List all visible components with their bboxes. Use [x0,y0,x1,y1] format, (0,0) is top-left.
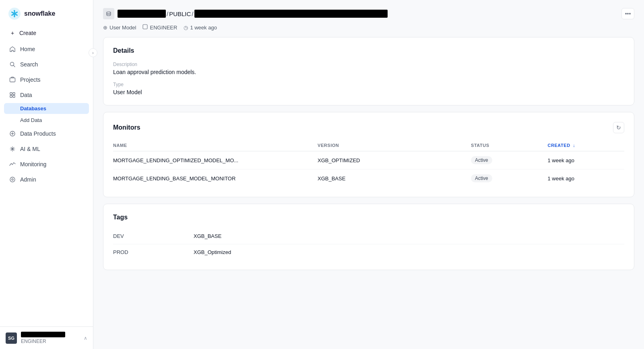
main-content: / PUBLIC / ••• ⊕ User Model ENGINEER ◷ 1… [93,0,644,349]
status-badge-2: Active [471,174,492,182]
svg-point-14 [10,177,15,182]
search-icon [9,61,16,68]
breadcrumb-db-icon [103,8,114,19]
sidebar-item-projects[interactable]: Projects [4,72,89,87]
logo: snowflake [0,0,93,26]
sidebar-monitoring-label: Monitoring [20,161,46,167]
tags-table: DEV XGB_BASE PROD XGB_Optimized [113,228,624,260]
sidebar: snowflake + Create Home Search Proje [0,0,93,349]
details-title: Details [113,47,624,54]
sidebar-ai-label: AI & ML [20,146,40,152]
footer-username-redacted [21,332,65,337]
user-model-icon: ⊕ [103,25,107,31]
tag-key-2: PROD [113,244,194,260]
svg-rect-11 [10,95,12,97]
monitors-table: NAME VERSION STATUS CREATED ↓ MORTGAGE_L… [113,140,624,187]
sidebar-projects-label: Projects [20,76,41,83]
type-label: Type [113,82,624,87]
logo-text: snowflake [24,10,55,17]
svg-rect-9 [10,93,12,95]
sidebar-item-data-products[interactable]: Data Products [4,126,89,141]
monitor-status-1: Active [471,151,548,169]
footer-role: ENGINEER [21,339,80,344]
data-icon [9,91,16,99]
type-value: User Model [113,89,624,95]
monitor-created-1: 1 week ago [548,151,625,169]
status-badge-1: Active [471,156,492,164]
description-label: Description [113,62,624,67]
tags-table-body: DEV XGB_BASE PROD XGB_Optimized [113,228,624,260]
breadcrumb-object-name [194,10,388,18]
tag-key-1: DEV [113,228,194,244]
svg-rect-8 [10,78,15,82]
monitors-title: Monitors [113,124,140,131]
table-row: MORTGAGE_LENDING_BASE_MODEL_MONITOR XGB_… [113,169,624,188]
table-row: MORTGAGE_LENDING_OPTIMIZED_MODEL_MO... X… [113,151,624,169]
chevron-up-icon: ∧ [84,335,87,341]
breadcrumb-schema: PUBLIC [169,10,191,17]
projects-icon [9,76,16,83]
sidebar-item-databases[interactable]: Databases [4,103,89,114]
svg-rect-6 [14,16,14,17]
sidebar-search-label: Search [20,61,38,68]
sidebar-collapse-button[interactable]: › [89,48,97,57]
databases-label: Databases [20,105,46,112]
sidebar-footer[interactable]: SG ENGINEER ∧ [0,326,93,349]
col-header-name: NAME [113,140,318,151]
monitor-created-2: 1 week ago [548,169,625,188]
monitor-version-2: XGB_BASE [318,169,471,188]
plus-icon: + [9,29,16,37]
sidebar-item-ai-ml[interactable]: AI & ML [4,142,89,156]
breadcrumb-bar: / PUBLIC / ••• [103,8,634,19]
meta-row: ⊕ User Model ENGINEER ◷ 1 week ago [103,24,634,31]
monitoring-icon [9,161,16,168]
user-icon [142,24,148,31]
sort-down-icon: ↓ [573,143,575,148]
monitor-version-1: XGB_OPTIMIZED [318,151,471,169]
monitors-header: Monitors ↻ [113,122,624,133]
monitors-table-body: MORTGAGE_LENDING_OPTIMIZED_MODEL_MO... X… [113,151,624,188]
breadcrumb-path: / PUBLIC / [118,10,388,18]
col-header-created[interactable]: CREATED ↓ [548,140,625,151]
created-label: CREATED [548,143,570,148]
sidebar-create-label: Create [19,30,36,36]
home-icon [9,45,16,53]
sidebar-data-label: Data [20,92,32,98]
details-card: Details Description Loan approval predic… [103,37,634,105]
clock-icon: ◷ [184,25,188,31]
breadcrumb-db-name [118,10,166,18]
sidebar-item-add-data[interactable]: Add Data [4,115,89,126]
monitor-name-2[interactable]: MORTGAGE_LENDING_BASE_MODEL_MONITOR [113,169,318,188]
list-item: PROD XGB_Optimized [113,244,624,260]
meta-user-label: ENGINEER [150,25,177,31]
more-options-button[interactable]: ••• [621,8,634,19]
data-products-icon [9,130,16,137]
tags-title: Tags [113,214,624,221]
tag-value-1: XGB_BASE [194,228,624,244]
sidebar-item-data[interactable]: Data [4,88,89,102]
sidebar-item-admin[interactable]: Admin [4,172,89,187]
sidebar-navigation: + Create Home Search Projects [0,26,93,326]
sidebar-item-home[interactable]: Home [4,42,89,56]
sidebar-item-create[interactable]: + Create [4,26,89,40]
sidebar-item-search[interactable]: Search [4,57,89,72]
meta-type-label: User Model [109,25,136,31]
ai-icon [9,145,16,153]
sidebar-admin-label: Admin [20,176,36,183]
sidebar-item-monitoring[interactable]: Monitoring [4,157,89,171]
breadcrumb-sep1: / [167,10,168,17]
col-header-status: STATUS [471,140,548,151]
tags-card: Tags DEV XGB_BASE PROD XGB_Optimized [103,204,634,270]
add-data-label: Add Data [20,117,42,123]
svg-rect-17 [143,25,147,29]
monitor-name-1[interactable]: MORTGAGE_LENDING_OPTIMIZED_MODEL_MO... [113,151,318,169]
col-header-version: VERSION [318,140,471,151]
description-value: Loan approval prediction models. [113,69,624,75]
monitor-status-2: Active [471,169,548,188]
svg-rect-12 [13,95,15,97]
refresh-button[interactable]: ↻ [613,122,624,133]
list-item: DEV XGB_BASE [113,228,624,244]
svg-rect-5 [14,10,14,11]
breadcrumb-sep2: / [192,10,193,17]
monitors-table-header: NAME VERSION STATUS CREATED ↓ [113,140,624,151]
